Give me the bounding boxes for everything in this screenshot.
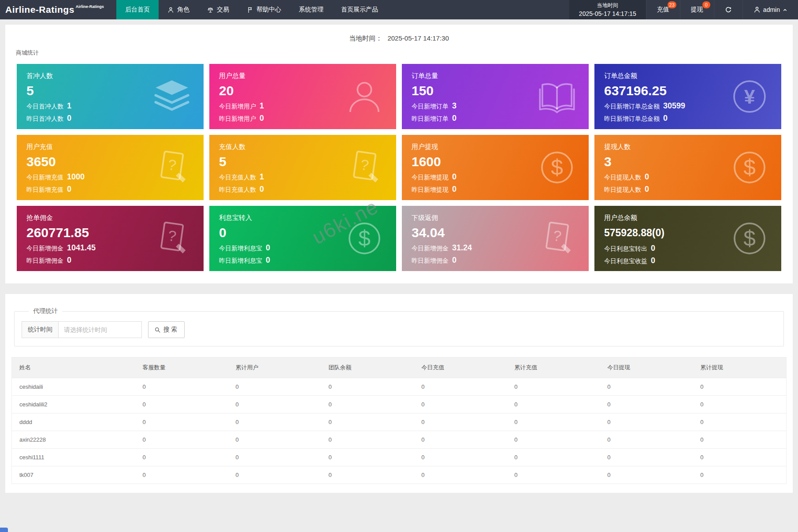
stat-time-input[interactable] — [58, 321, 142, 338]
agent-value-cell: 0 — [507, 396, 600, 413]
stat-yesterday-value: 0 — [452, 256, 457, 264]
nav-menu-item-3[interactable]: 交易 — [198, 0, 238, 19]
nav-menu-label: 交易 — [217, 6, 229, 14]
svg-text:$: $ — [551, 155, 563, 180]
nav-menu-item-4[interactable]: 帮助中心 — [238, 0, 290, 19]
agent-value-cell: 0 — [135, 466, 228, 484]
agent-value-cell: 0 — [693, 413, 786, 431]
stat-card-3: 订单总量150今日新增订单3昨日新增订单0 — [402, 64, 589, 129]
agent-value-cell: 0 — [693, 396, 786, 413]
nav-menu-label: 后台首页 — [125, 6, 150, 14]
stat-today-label: 今日充值人数 — [219, 174, 256, 181]
search-button[interactable]: 搜索 — [148, 321, 185, 338]
app-logo-text: Airline-Ratings — [5, 4, 74, 15]
stat-today-label: 今日首冲人数 — [26, 103, 63, 110]
stat-today-value: 1000 — [67, 172, 85, 181]
stat-yesterday-value: 0 — [266, 256, 270, 264]
agent-value-cell: 0 — [414, 431, 507, 449]
search-button-label: 搜索 — [163, 326, 178, 334]
agent-name-cell: ceshi1111 — [12, 449, 135, 466]
time-box-value: 2025-05-17 14:17:15 — [579, 9, 636, 19]
table-column-header: 今日充值 — [414, 357, 507, 378]
person-icon — [344, 76, 385, 117]
stat-today-label: 今日新增订单总金额 — [604, 103, 660, 110]
stat-card-11: 下级返佣34.04今日新增佣金31.24昨日新增佣金0? — [402, 206, 589, 271]
agent-value-cell: 0 — [693, 449, 786, 466]
agent-value-cell: 0 — [414, 413, 507, 431]
navbar-right: 当地时间 2025-05-17 14:17:15 充值 23 提现 0 admi… — [569, 0, 798, 19]
page-local-time-value: 2025-05-17 14:17:30 — [387, 34, 449, 42]
agent-value-cell: 0 — [507, 449, 600, 466]
stat-yesterday-label: 昨日提现人数 — [604, 186, 641, 193]
nav-menu-label: 角色 — [177, 6, 189, 14]
table-row: dddd0000000 — [12, 413, 787, 431]
withdraw-badge: 0 — [702, 1, 710, 8]
stat-today-value: 3 — [452, 101, 457, 110]
nav-menu-item-1[interactable]: 后台首页 — [116, 0, 159, 19]
flag-icon — [247, 7, 253, 13]
nav-menu-label: 系统管理 — [299, 6, 323, 14]
stat-today-value: 1 — [67, 101, 71, 110]
agent-value-cell: 0 — [600, 466, 693, 484]
table-column-header: 今日提现 — [600, 357, 693, 378]
doc-question-icon: ? — [344, 147, 385, 188]
scales-icon — [207, 7, 214, 13]
stat-yesterday-value: 0 — [67, 256, 71, 264]
table-column-header: 累计用户 — [228, 357, 321, 378]
stat-today-label: 今日提现人数 — [604, 174, 641, 181]
agent-value-cell: 0 — [135, 449, 228, 466]
refresh-button[interactable] — [714, 0, 742, 19]
stat-yesterday-label: 今日利息宝收益 — [604, 257, 647, 264]
stat-yesterday-value: 0 — [651, 256, 655, 265]
table-column-header: 客服数量 — [135, 357, 228, 378]
table-row: axin222280000000 — [12, 431, 787, 449]
agent-name-cell: tk007 — [12, 466, 135, 484]
stat-today-value: 0 — [645, 172, 649, 181]
agent-value-cell: 0 — [600, 378, 693, 396]
agent-value-cell: 0 — [600, 449, 693, 466]
stat-today-value: 1041.45 — [67, 243, 96, 252]
nav-menu-item-6[interactable]: 首页展示产品 — [332, 0, 387, 19]
table-row: ceshi11110000000 — [12, 449, 787, 466]
table-row: ceshidalili20000000 — [12, 396, 787, 413]
stat-today-value: 0 — [452, 172, 457, 181]
table-row: tk0070000000 — [12, 466, 787, 484]
recharge-nav-item[interactable]: 充值 23 — [646, 0, 680, 19]
stat-card-4: 订单总金额637196.25今日新增订单总金额30599昨日新增订单总金额0¥ — [594, 64, 781, 129]
agent-value-cell: 0 — [507, 413, 600, 431]
agent-value-cell: 0 — [507, 431, 600, 449]
agent-value-cell: 0 — [228, 466, 321, 484]
stat-yesterday-value: 0 — [67, 185, 71, 193]
yen-icon: ¥ — [729, 76, 770, 117]
dollar-icon: $ — [729, 218, 770, 259]
withdraw-nav-item[interactable]: 提现 0 — [680, 0, 714, 19]
stats-panel: 当地时间： 2025-05-17 14:17:30 商城统计 首冲人数5今日首冲… — [5, 25, 793, 283]
top-navbar: Airline-Ratings Airline-Ratings 后台首页角色交易… — [0, 0, 798, 19]
agent-table: 姓名客服数量累计用户团队余额今日充值累计充值今日提现累计提现 ceshidail… — [11, 357, 787, 484]
nav-menu-item-5[interactable]: 系统管理 — [290, 0, 332, 19]
table-column-header: 姓名 — [12, 357, 135, 378]
table-row: ceshidaili0000000 — [12, 378, 787, 396]
doc-question-icon: ? — [152, 147, 192, 188]
local-time-box: 当地时间 2025-05-17 14:17:15 — [569, 0, 646, 19]
stat-yesterday-label: 昨日首冲人数 — [26, 115, 63, 122]
svg-text:?: ? — [167, 227, 177, 244]
recharge-label: 充值 — [657, 6, 669, 14]
stat-today-value: 31.24 — [452, 243, 472, 252]
admin-username: admin — [763, 6, 780, 13]
floating-widget[interactable] — [0, 528, 8, 532]
stat-yesterday-label: 昨日新增提现 — [412, 186, 449, 193]
agent-value-cell: 0 — [693, 378, 786, 396]
nav-menu-item-2[interactable]: 角色 — [159, 0, 198, 19]
table-column-header: 累计提现 — [693, 357, 786, 378]
stat-today-value: 0 — [266, 243, 270, 252]
agent-value-cell: 0 — [321, 378, 414, 396]
admin-user-menu[interactable]: admin — [742, 0, 798, 19]
agent-panel: 代理统计 统计时间 搜索 姓名客服数量累计用户团队余额今日充值累计充值今日提现累… — [5, 294, 793, 493]
stat-card-5: 用户充值3650今日新增充值1000昨日新增充值0? — [17, 135, 204, 200]
time-box-label: 当地时间 — [579, 1, 636, 9]
app-logo-superscript: Airline-Ratings — [76, 4, 104, 9]
stat-card-7: 用户提现1600今日新增提现0昨日新增提现0$ — [402, 135, 589, 200]
refresh-icon — [725, 6, 732, 13]
agent-table-head: 姓名客服数量累计用户团队余额今日充值累计充值今日提现累计提现 — [12, 357, 787, 378]
